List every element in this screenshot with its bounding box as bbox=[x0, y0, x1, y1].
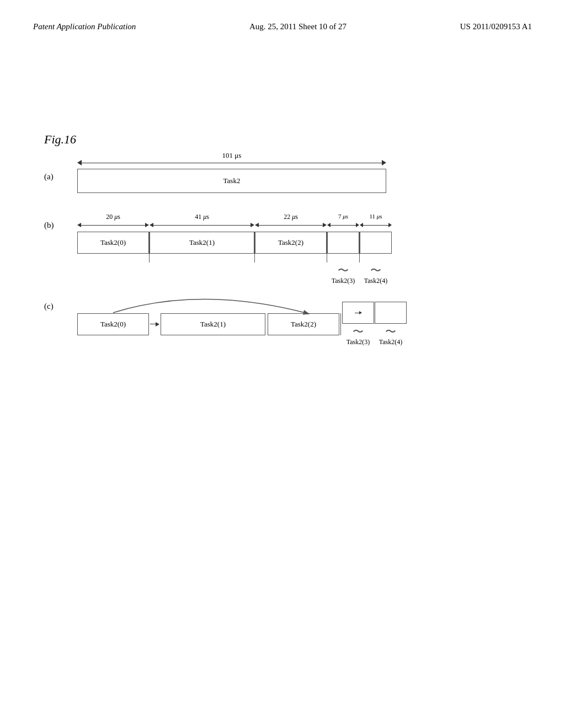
row-b: (b) 20 μs Task2(0) bbox=[44, 221, 519, 285]
small-arrow-c34 bbox=[355, 311, 362, 314]
squiggle-row-b: 〜 Task2(3) 〜 Task2(4) bbox=[327, 265, 392, 285]
task-c0-box: Task2(0) bbox=[77, 313, 149, 335]
squiggle-c3: 〜 Task2(3) bbox=[342, 326, 374, 346]
arrow-seg0-left bbox=[77, 223, 81, 227]
arrow-seg1-right bbox=[250, 223, 254, 227]
squiggle-3-icon: 〜 bbox=[338, 265, 349, 276]
arrow-left-head bbox=[77, 160, 82, 165]
squiggle-row-c: 〜 Task2(3) 〜 Task2(4) bbox=[342, 326, 407, 346]
row-c-label: (c) bbox=[44, 302, 77, 311]
diagram-c: Task2(0) Task2(1) Task2(2) bbox=[77, 302, 407, 346]
segment-2: 22 μs Task2(2) bbox=[255, 221, 327, 254]
squiggle-task4: 〜 Task2(4) bbox=[360, 265, 392, 285]
segments-c34: 〜 Task2(3) 〜 Task2(4) bbox=[342, 302, 407, 346]
span-b0-label: 20 μs bbox=[77, 213, 149, 221]
line-seg0 bbox=[81, 225, 145, 226]
line-seg2 bbox=[259, 225, 323, 226]
task-c4-name: Task2(4) bbox=[379, 338, 402, 346]
span-b3-label: 7 μs bbox=[327, 213, 359, 220]
task-c3-box bbox=[342, 302, 374, 324]
small-head-c34 bbox=[359, 311, 362, 314]
header-left: Patent Application Publication bbox=[33, 22, 136, 31]
header-right: US 2011/0209153 A1 bbox=[460, 22, 532, 31]
arrow-seg0-right bbox=[145, 223, 149, 227]
task-b3-name: Task2(3) bbox=[332, 277, 355, 285]
page-header: Patent Application Publication Aug. 25, … bbox=[0, 0, 565, 31]
arrow-seg1-left bbox=[150, 223, 153, 227]
header-center: Aug. 25, 2011 Sheet 10 of 27 bbox=[249, 22, 347, 31]
span-b1-label: 41 μs bbox=[150, 213, 254, 221]
squiggle-c4: 〜 Task2(4) bbox=[375, 326, 407, 346]
task-b1-box: Task2(1) bbox=[150, 232, 254, 254]
span-b4-label: 11 μs bbox=[360, 213, 392, 220]
task-c0-label: Task2(0) bbox=[100, 320, 126, 329]
arrow-c01 bbox=[149, 322, 161, 326]
divider-c23 bbox=[340, 313, 341, 335]
row-a-label: (a) bbox=[44, 172, 77, 181]
squiggle-c4-icon: 〜 bbox=[385, 326, 396, 337]
segment-1: 41 μs Task2(1) bbox=[150, 221, 254, 254]
segment-4: 11 μs bbox=[360, 221, 392, 254]
task-c2-box: Task2(2) bbox=[268, 313, 339, 335]
row-a: (a) 101 μs Task2 bbox=[44, 160, 519, 193]
figure-label: Fig.16 bbox=[44, 132, 76, 147]
small-line-c34 bbox=[355, 313, 359, 313]
task-b4-box bbox=[360, 232, 392, 254]
arrow-c01-line bbox=[150, 324, 156, 324]
row-b-label: (b) bbox=[44, 221, 77, 230]
task-b3-box bbox=[327, 232, 359, 254]
arrow-right-head bbox=[382, 160, 386, 165]
segment-3: 7 μs bbox=[327, 221, 359, 254]
task-b0-label: Task2(0) bbox=[100, 238, 126, 247]
task-b4-name: Task2(4) bbox=[364, 277, 387, 285]
diagram-container: (a) 101 μs Task2 (b) bbox=[44, 160, 519, 346]
squiggle-4-icon: 〜 bbox=[370, 265, 381, 276]
task-b0-box: Task2(0) bbox=[77, 232, 149, 254]
task-b2-box: Task2(2) bbox=[255, 232, 327, 254]
row-c: (c) Task2(0) bbox=[44, 302, 519, 346]
tasks-c-row: Task2(0) Task2(1) Task2(2) bbox=[77, 302, 407, 346]
task-c1-label: Task2(1) bbox=[200, 320, 226, 329]
span-b2-label: 22 μs bbox=[255, 213, 327, 221]
segments-34-container: 7 μs 11 μs bbox=[327, 221, 392, 285]
task-c3-name: Task2(3) bbox=[347, 338, 370, 346]
diagram-b: 20 μs Task2(0) 41 μs Task2(1) bbox=[77, 221, 392, 285]
segs-c34-boxes bbox=[342, 302, 407, 324]
task-c4-box bbox=[375, 302, 407, 324]
diagram-a: 101 μs Task2 bbox=[77, 160, 386, 193]
arrow-seg2-right bbox=[323, 223, 327, 227]
line-seg1 bbox=[153, 225, 250, 226]
task-c1-box: Task2(1) bbox=[161, 313, 265, 335]
arrow-seg4-right bbox=[388, 223, 392, 227]
segments-34-row: 7 μs 11 μs bbox=[327, 221, 392, 263]
squiggle-c3-icon: 〜 bbox=[353, 326, 364, 337]
task-b1-label: Task2(1) bbox=[189, 238, 215, 247]
line-seg4 bbox=[363, 225, 388, 226]
task-a-box: Task2 bbox=[77, 169, 386, 193]
arrow-seg3-right bbox=[356, 223, 359, 227]
span-a-label: 101 μs bbox=[77, 151, 386, 160]
arrow-line bbox=[82, 163, 382, 163]
segment-0: 20 μs Task2(0) bbox=[77, 221, 149, 254]
arrow-c01-head bbox=[156, 322, 159, 326]
task-a-label: Task2 bbox=[223, 176, 241, 185]
task-b2-label: Task2(2) bbox=[278, 238, 303, 247]
arrow-seg2-left bbox=[255, 223, 259, 227]
line-seg3 bbox=[331, 225, 356, 226]
task-c2-label: Task2(2) bbox=[291, 320, 316, 329]
squiggle-task3: 〜 Task2(3) bbox=[327, 265, 359, 285]
